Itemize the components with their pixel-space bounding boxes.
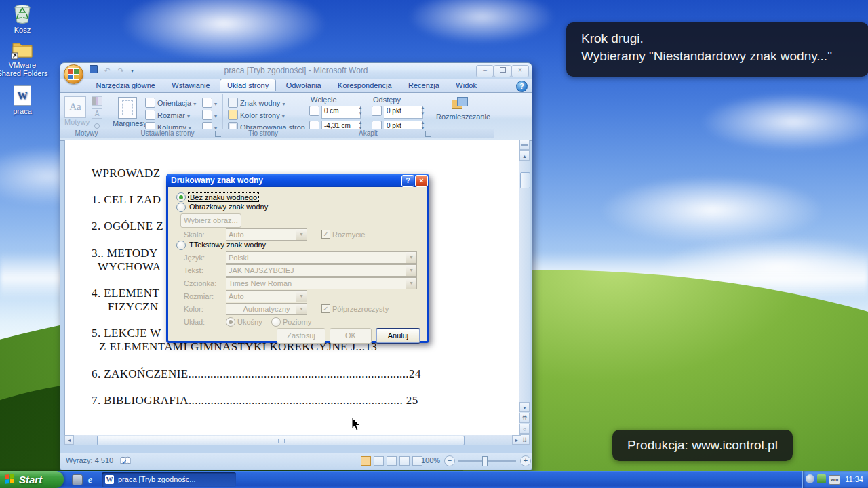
help-icon[interactable]: ? <box>516 81 528 92</box>
breaks-button[interactable]: ▾ <box>202 98 217 108</box>
desktop-icon-vmware-folders[interactable]: VMware Shared Folders <box>0 39 48 77</box>
quicklaunch-app-icon[interactable] <box>72 474 83 485</box>
arrange-button[interactable]: Rozmieszczanie <box>433 113 494 121</box>
stepper-down-icon: ▼ <box>421 111 425 115</box>
margins-button[interactable]: Marginesy <box>113 119 142 127</box>
dialog-launcher-icon[interactable] <box>425 131 431 137</box>
restore-icon <box>500 67 506 73</box>
tab-widok[interactable]: Widok <box>449 79 484 91</box>
size-icon <box>145 110 155 120</box>
language-combobox: Polski▼ <box>226 251 417 264</box>
tab-korespondencja[interactable]: Korespondencja <box>331 79 399 91</box>
label-text: Bez znaku wodnego <box>190 193 257 202</box>
radio-no-watermark[interactable] <box>176 192 186 202</box>
dialog-title-bar: Drukowany znak wodny ? × <box>166 174 429 187</box>
restore-button[interactable] <box>494 65 511 77</box>
watermark-button[interactable]: Znak wodny ▾ <box>228 98 285 108</box>
tray-icon-2[interactable] <box>817 474 826 483</box>
combo-value: JAK NAJSZYBCIEJ <box>229 266 294 274</box>
office-button[interactable] <box>64 64 83 84</box>
previous-page-button[interactable]: ⇈ <box>519 413 530 423</box>
vertical-scrollbar[interactable]: ▲ ▼ ⇈ ○ ⇊ <box>519 140 530 445</box>
line-numbers-button[interactable]: ▾ <box>202 110 217 120</box>
tray-icon-1[interactable] <box>806 474 814 483</box>
caret-icon: ▾ <box>187 113 190 119</box>
radio-text-watermark[interactable] <box>176 241 186 250</box>
doc-line: 6. ZAKOŃCZENIE..........................… <box>92 367 421 381</box>
vmware-tray-icon[interactable]: wm <box>829 475 840 485</box>
ribbon: Aa Motywy A Motywy Marginesy Orientacja … <box>60 92 532 141</box>
themes-icon: Aa <box>69 101 81 112</box>
scroll-right-button[interactable]: ► <box>512 435 521 445</box>
orientation-button[interactable]: Orientacja ▾ <box>145 98 196 108</box>
ruler-toggle-button[interactable] <box>519 140 530 150</box>
flag-square <box>5 474 9 479</box>
size-button[interactable]: Rozmiar ▾ <box>145 110 190 120</box>
clock[interactable]: 11:34 <box>845 475 863 483</box>
minimize-button[interactable]: – <box>476 65 494 77</box>
zoom-level[interactable]: 100% <box>421 456 440 464</box>
radio-no-watermark-label[interactable]: Bez znaku wodnego <box>188 192 259 202</box>
start-button[interactable]: Start <box>0 471 64 488</box>
indent-left-input[interactable]: 0 cm <box>321 106 361 119</box>
radio-picture-watermark-label[interactable]: Obrazkowy znak wodny <box>189 203 268 211</box>
internet-explorer-icon[interactable]: e <box>85 474 95 484</box>
system-tray: wm 11:34 <box>802 471 868 488</box>
word-document-icon: W <box>14 85 31 106</box>
combo-arrow-icon: ▼ <box>296 304 307 314</box>
scroll-left-button[interactable]: ◄ <box>64 435 74 445</box>
zoom-out-button[interactable]: − <box>444 455 455 466</box>
dialog-close-icon[interactable]: × <box>415 175 428 187</box>
washout-checkbox: ✓ <box>321 230 330 239</box>
tab-recenzja[interactable]: Recenzja <box>401 79 446 91</box>
radio-picture-watermark[interactable] <box>176 203 186 212</box>
desktop: Kosz VMware Shared Folders W praca Krok … <box>0 0 868 488</box>
tab-uklad-strony[interactable]: Układ strony <box>220 79 276 91</box>
view-outline-button[interactable] <box>399 456 410 466</box>
view-web-layout-button[interactable] <box>387 456 397 466</box>
desktop-icon-label: Kosz <box>14 26 31 34</box>
view-fullscreen-button[interactable] <box>374 456 384 466</box>
doc-line: 4. ELEMENT <box>92 287 159 300</box>
vertical-scroll-thumb[interactable] <box>520 172 530 188</box>
close-button[interactable]: × <box>511 65 529 77</box>
taskbar: Start e W praca [Tryb zgodnośc... wm 11:… <box>0 471 868 488</box>
scale-combobox: Auto▼ <box>226 228 307 241</box>
combo-value: Polski <box>229 253 248 262</box>
group-tlo-strony: Znak wodny ▾ Kolor strony ▾ Obramowania … <box>222 94 304 138</box>
word-count[interactable]: Wyrazy: 4 510 <box>66 456 113 464</box>
scroll-down-button[interactable]: ▼ <box>519 402 530 412</box>
windows-logo-icon <box>5 474 15 484</box>
page-color-button[interactable]: Kolor strony ▾ <box>228 110 285 120</box>
dialog-help-icon[interactable]: ? <box>401 175 414 187</box>
view-print-layout-button[interactable] <box>361 456 371 466</box>
zoom-in-button[interactable]: + <box>520 455 531 466</box>
browse-object-button[interactable]: ○ <box>519 424 530 434</box>
cancel-button[interactable]: Anuluj <box>376 328 420 344</box>
spacing-before-input[interactable]: 0 pkt <box>384 106 423 119</box>
taskbar-item-praca[interactable]: W praca [Tryb zgodnośc... <box>102 472 236 487</box>
dialog-launcher-icon[interactable] <box>215 131 221 137</box>
tab-wstawianie[interactable]: Wstawianie <box>165 79 216 91</box>
text-label: Tekst: <box>184 266 203 274</box>
zoom-slider-thumb[interactable] <box>482 456 488 466</box>
production-caption: Produkcja: www.icontrol.pl <box>612 430 793 461</box>
combo-value: Times New Roman <box>229 279 292 287</box>
radio-text-watermark-label[interactable]: TTekstowy znak wodny <box>189 241 266 249</box>
group-motywy: Aa Motywy A Motywy <box>60 94 113 138</box>
spacing-before-stepper[interactable]: ▲▼ <box>419 105 427 117</box>
indent-left-stepper[interactable]: ▲▼ <box>357 105 364 117</box>
desktop-icon-recycle-bin[interactable]: Kosz <box>0 4 48 34</box>
horizontal-scrollbar[interactable]: ◄ ► <box>64 435 521 445</box>
desktop-icon-praca[interactable]: W praca <box>0 85 48 115</box>
horizontal-scroll-thumb[interactable] <box>97 436 465 445</box>
combo-arrow-icon: ▼ <box>296 229 307 240</box>
desktop-icon-label: praca <box>13 107 32 115</box>
proofing-icon[interactable] <box>120 455 131 466</box>
caret-icon: ▾ <box>193 101 196 107</box>
page-color-icon <box>228 110 238 120</box>
tab-odwolania[interactable]: Odwołania <box>279 79 328 91</box>
combo-value: Auto <box>229 292 244 300</box>
tab-narzedzia-glowne[interactable]: Narzędzia główne <box>89 79 161 91</box>
scroll-up-button[interactable]: ▲ <box>519 150 530 161</box>
